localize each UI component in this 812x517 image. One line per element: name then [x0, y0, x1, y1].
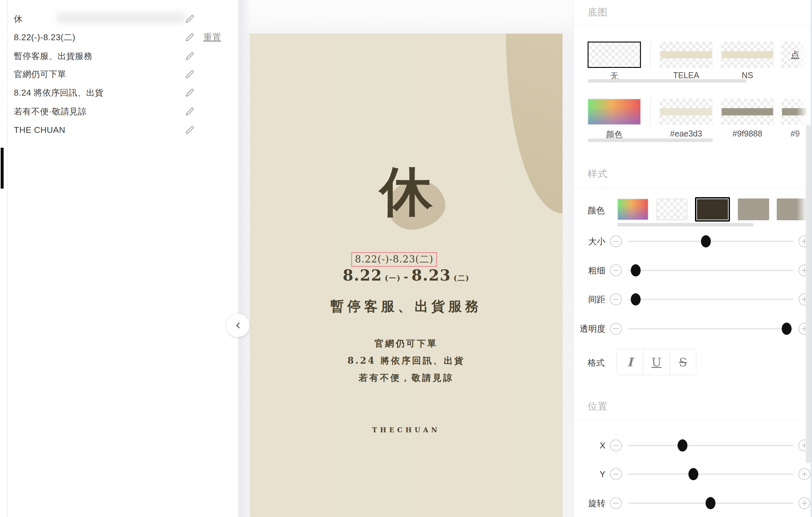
base-option-color-partial[interactable]: [781, 99, 812, 125]
edit-pencil-icon[interactable]: [185, 107, 194, 116]
base-option-label: #9f9888: [732, 129, 762, 138]
base-option-none[interactable]: [587, 42, 641, 68]
poster-brand[interactable]: THECHUAN: [250, 426, 562, 434]
edit-pencil-icon[interactable]: [185, 88, 194, 97]
inpaint-preview-strip: [722, 51, 773, 58]
section-divider: [574, 419, 812, 420]
slider-knob[interactable]: [677, 439, 688, 452]
slider-track[interactable]: [628, 241, 793, 242]
upload-link-partial[interactable]: 点: [791, 49, 800, 61]
poster-subline[interactable]: 8.24 將依序回訊、出貨: [250, 355, 562, 366]
slider-knob[interactable]: [782, 323, 791, 335]
minus-button[interactable]: [610, 323, 622, 335]
slider-label: 粗细: [574, 265, 605, 276]
slider-track[interactable]: [628, 299, 793, 300]
plus-icon-bar: [804, 500, 805, 506]
minus-button[interactable]: [610, 265, 622, 276]
text-layer-row: 8.24 將依序回訊、出貨: [14, 83, 231, 102]
text-layer-label: THE CHUAN: [14, 125, 65, 135]
canvas-area: 休 8.22(-)-8.23(二) 8.22 (一)-8.23 (二) 暫停客服…: [239, 0, 573, 517]
text-color-label: 颜色: [587, 205, 605, 216]
base-option-ns[interactable]: [721, 42, 774, 68]
selected-text-highlight-box[interactable]: 8.22(-)-8.23(二): [351, 252, 437, 267]
date-start: 8.22: [343, 266, 382, 284]
slider-label: 大小: [574, 236, 605, 247]
text-layer-row: 8.22(-)-8.23(二) 重置: [14, 28, 231, 47]
slider-row-opacity: 透明度: [574, 322, 812, 335]
plus-icon-bar: [804, 471, 805, 477]
text-color-picker-swatch[interactable]: [617, 198, 648, 220]
slider-row-spacing: 间距: [574, 293, 812, 306]
poster-subline[interactable]: 若有不便，敬請見諒: [250, 372, 562, 384]
plus-icon-bar: [804, 239, 805, 244]
text-color-swatch[interactable]: [738, 198, 769, 220]
strikethrough-button[interactable]: S: [670, 349, 696, 375]
slider-row-y: Y: [574, 467, 812, 481]
slider-track[interactable]: [628, 270, 793, 271]
minus-button[interactable]: [610, 236, 622, 247]
underline-button[interactable]: U: [643, 349, 669, 375]
color-row-scrollbar[interactable]: [617, 223, 754, 226]
minus-button[interactable]: [610, 294, 622, 305]
date-end: 8.23: [412, 266, 451, 284]
slider-knob[interactable]: [705, 497, 716, 510]
base-row1-scrollbar[interactable]: [587, 79, 747, 83]
panel-scrollbar-thumb[interactable]: [806, 125, 811, 463]
color-preview-strip: [782, 108, 812, 115]
reset-link[interactable]: 重置: [203, 31, 221, 43]
edit-pencil-icon[interactable]: [185, 33, 194, 42]
thumb-separator: [650, 99, 650, 125]
poster-hero-char[interactable]: 休: [250, 165, 562, 218]
text-layer-label: 8.22(-)-8.23(二): [14, 32, 76, 43]
text-layer-label: 休: [14, 13, 23, 25]
poster-subline[interactable]: 官網仍可下單: [250, 337, 562, 350]
base-option-color-picker[interactable]: [587, 99, 641, 125]
edit-pencil-icon[interactable]: [185, 126, 194, 134]
plus-icon-bar: [804, 443, 805, 448]
minus-icon: [613, 270, 618, 271]
poster-date-line[interactable]: 8.22 (一)-8.23 (二): [250, 266, 562, 284]
slider-track[interactable]: [628, 473, 793, 475]
minus-icon: [613, 503, 618, 504]
date-dash: -: [401, 270, 411, 283]
section-divider: [574, 26, 812, 26]
text-color-swatch-selected[interactable]: [695, 197, 730, 222]
text-layer-row: 若有不便·敬請見諒: [14, 102, 231, 121]
slider-knob[interactable]: [701, 236, 711, 248]
slider-track[interactable]: [628, 328, 793, 329]
minus-button[interactable]: [610, 497, 622, 509]
text-layer-label: 若有不便·敬請見諒: [14, 106, 87, 117]
base-option-telea[interactable]: [660, 42, 713, 68]
slider-knob[interactable]: [689, 468, 698, 481]
slider-track[interactable]: [628, 502, 793, 504]
slider-row-rotate: 旋转: [574, 496, 812, 510]
left-scrollbar-thumb[interactable]: [1, 148, 4, 189]
base-row2-scrollbar[interactable]: [587, 138, 713, 142]
section-title-base-image: 底图: [587, 6, 608, 19]
italic-button[interactable]: I: [617, 349, 643, 375]
plus-icon-bar: [804, 326, 805, 331]
collapse-panel-button[interactable]: [226, 314, 250, 337]
slider-row-weight: 粗细: [574, 264, 812, 277]
slider-knob[interactable]: [631, 294, 641, 306]
base-option-upload[interactable]: 点: [781, 42, 812, 68]
edit-pencil-icon[interactable]: [185, 70, 194, 79]
color-preview-strip: [722, 108, 773, 115]
poster-headline[interactable]: 暫停客服、出貨服務: [250, 297, 562, 316]
minus-icon: [613, 474, 618, 474]
canvas-edge-shadow: [239, 0, 251, 517]
text-layer-label: 官網仍可下單: [14, 69, 66, 80]
base-option-color-9f9888[interactable]: [721, 99, 774, 125]
poster-canvas[interactable]: 休 8.22(-)-8.23(二) 8.22 (一)-8.23 (二) 暫停客服…: [250, 34, 562, 517]
minus-button[interactable]: [610, 468, 622, 480]
slider-knob[interactable]: [631, 265, 641, 277]
text-color-transparent-swatch[interactable]: [656, 198, 688, 220]
minus-button[interactable]: [610, 439, 622, 452]
text-color-swatch[interactable]: [777, 198, 808, 220]
edit-pencil-icon[interactable]: [185, 52, 194, 60]
plus-button[interactable]: [799, 468, 810, 480]
plus-button[interactable]: [799, 497, 810, 509]
slider-track[interactable]: [628, 445, 793, 446]
edit-pencil-icon[interactable]: [185, 15, 194, 23]
base-option-color-eae3d3[interactable]: [660, 99, 713, 125]
